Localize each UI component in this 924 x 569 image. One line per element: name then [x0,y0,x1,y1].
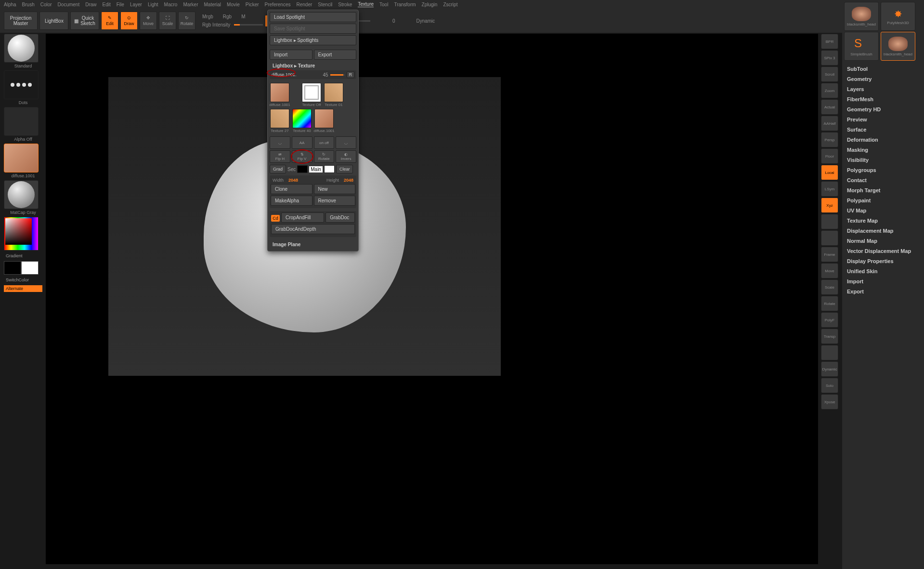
Persp-icon[interactable]: Persp [821,132,838,147]
draw-mode-button[interactable]: ⊙Draw [120,12,138,30]
menu-brush[interactable]: Brush [22,2,35,7]
alternate-button[interactable]: Alternate [4,285,42,292]
remove-button[interactable]: Remove [314,196,356,206]
lightbox-spotlights-button[interactable]: Lightbox ▸ Spotlights [270,35,356,45]
palette-surface[interactable]: Surface [844,125,922,134]
Zoom-icon[interactable]: Zoom [821,83,838,98]
import-button[interactable]: Import [270,50,312,60]
Rotate-icon[interactable]: Rotate [821,296,838,311]
onoff-button[interactable]: on off [314,136,335,149]
flip-v-button[interactable]: ⇅Flp V [292,150,312,163]
menu-preferences[interactable]: Preferences [265,2,291,7]
flip-h-button[interactable]: ⇄Flp H [270,150,290,163]
sec-color-swatch[interactable] [297,165,308,173]
rgb-intensity-slider[interactable] [234,24,263,26]
texture-tile[interactable]: Texture 27 [270,109,290,133]
projection-master-button[interactable]: Projection Master [4,12,38,30]
rotate-mode-button[interactable]: ↻Rotate [178,12,195,30]
menu-picker[interactable]: Picker [246,2,259,7]
palette-polypaint[interactable]: Polypaint [844,196,922,205]
palette-polygroups[interactable]: Polygroups [844,166,922,174]
menu-render[interactable]: Render [297,2,312,7]
export-button[interactable]: Export [314,50,357,60]
grab-doc-depth-button[interactable]: GrabDocAndDepth [271,224,355,234]
color-picker[interactable] [4,217,39,251]
texture-tile[interactable]: Texture Off [301,83,322,107]
Transp-icon[interactable]: Transp [821,329,838,344]
image-plane-heading[interactable]: Image Plane [270,240,356,249]
aa-button[interactable]: AA [292,136,312,149]
Floor-icon[interactable]: Floor [821,148,838,164]
menu-movie[interactable]: Movie [227,2,240,7]
crop-fill-button[interactable]: CropAndFill [281,212,324,223]
texture-tile[interactable]: Texture 01 [324,83,344,107]
palette-normal-map[interactable]: Normal Map [844,237,922,245]
dial-icon[interactable]: ◡ [270,136,290,149]
menu-zscript[interactable]: Zscript [443,2,457,7]
Local-icon[interactable]: Local [821,165,838,180]
menu-stroke[interactable]: Stroke [338,2,352,7]
palette-import[interactable]: Import [844,277,922,286]
Dynamic-icon[interactable]: Dynamic [821,361,838,377]
palette-subtool[interactable]: SubTool [844,65,922,73]
stroke-swatch[interactable] [4,70,39,99]
clear-button[interactable]: Clear [336,165,353,173]
scale-mode-button[interactable]: ⛶Scale [159,12,176,30]
rotate-button[interactable]: ↻Rotate [314,150,335,163]
Move-icon[interactable]: Move [821,263,838,278]
Scale-icon[interactable]: Scale [821,279,838,295]
tool-thumb[interactable]: SSimpleBrush [844,32,879,61]
menu-draw[interactable]: Draw [85,2,96,7]
menu-transform[interactable]: Transform [394,2,416,7]
menu-edit[interactable]: Edit [103,2,111,7]
viewport[interactable] [46,34,818,564]
rgb-toggle[interactable]: Rgb [223,14,232,19]
palette-geometry[interactable]: Geometry [844,75,922,83]
palette-layers[interactable]: Layers [844,85,922,93]
menu-macro[interactable]: Macro [164,2,178,7]
main-color-swatch[interactable] [324,165,335,173]
texture-tile[interactable]: diffuse.1001 [314,109,334,133]
alpha-swatch[interactable] [4,107,39,136]
material-swatch[interactable] [4,180,39,209]
mrgb-toggle[interactable]: Mrgb [202,14,213,19]
cd-button[interactable]: Cd [271,215,280,222]
grab-doc-button[interactable]: GrabDoc [325,212,355,223]
PolyF-icon[interactable]: PolyF [821,312,838,328]
move-mode-button[interactable]: ✥Move [140,12,157,30]
SPix 3-icon[interactable]: SPix 3 [821,50,838,66]
tool-thumb[interactable]: blacksmith_head [881,32,915,61]
grad-button[interactable]: Grad [270,165,286,173]
texture-swatch[interactable] [4,144,39,172]
palette-deformation[interactable]: Deformation [844,135,922,144]
lightbox-texture-heading[interactable]: Lightbox ▸ Texture [270,61,356,70]
palette-displacement-map[interactable]: Displacement Map [844,226,922,235]
menu-texture[interactable]: Texture [358,1,374,7]
menu-stencil[interactable]: Stencil [318,2,332,7]
palette-export[interactable]: Export [844,287,922,296]
dial2-icon[interactable]: ◡ [336,136,356,149]
edit-mode-button[interactable]: ✎Edit [101,12,118,30]
Frame-icon[interactable]: Frame [821,247,838,262]
menu-file[interactable]: File [117,2,124,7]
palette-fibermesh[interactable]: FiberMesh [844,95,922,104]
Xyz-icon[interactable]: Xyz [821,198,838,213]
menu-marker[interactable]: Marker [183,2,198,7]
LSym-icon[interactable]: LSym [821,181,838,197]
texture-tile[interactable]: diffuse.1001 [270,83,290,107]
make-alpha-button[interactable]: MakeAlpha [271,196,312,206]
Scroll-icon[interactable]: Scroll [821,66,838,82]
quick-sketch-button[interactable]: ▦Quick Sketch [70,12,99,30]
palette-masking[interactable]: Masking [844,146,922,154]
palette-visibility[interactable]: Visibility [844,156,922,164]
palette-morph-target[interactable]: Morph Target [844,186,922,195]
menu-layer[interactable]: Layer [130,2,142,7]
palette-unified-skin[interactable]: Unified Skin [844,267,922,276]
palette-geometry-hd[interactable]: Geometry HD [844,105,922,114]
new-button[interactable]: New [314,184,356,194]
menu-light[interactable]: Light [148,2,158,7]
palette-uv-map[interactable]: UV Map [844,206,922,215]
menu-zplugin[interactable]: Zplugin [422,2,438,7]
load-spotlight-button[interactable]: Load Spotlight [270,12,356,22]
palette-preview[interactable]: Preview [844,115,922,124]
